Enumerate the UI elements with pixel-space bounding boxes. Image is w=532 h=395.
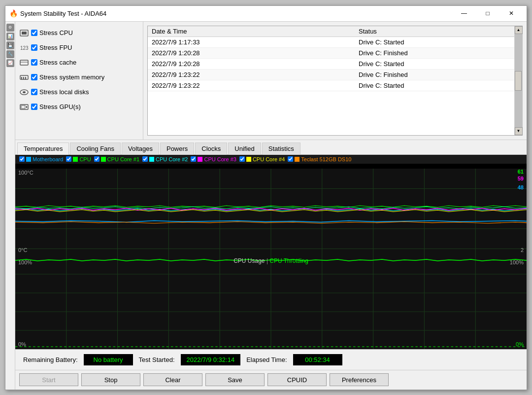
temperature-svg bbox=[15, 169, 527, 269]
temp-val-59: 59 bbox=[518, 176, 524, 181]
status-bar: Remaining Battery: No battery Test Start… bbox=[15, 349, 527, 370]
log-scrollbar: ▲ ▼ bbox=[514, 26, 522, 135]
titlebar-left: 🔥 System Stability Test - AIDA64 bbox=[9, 9, 106, 17]
cpu-chart-title: CPU Usage | CPU Throttling bbox=[233, 257, 308, 264]
temp-val-48: 48 bbox=[518, 184, 524, 190]
legend-item: Motherboard bbox=[19, 156, 63, 162]
cpu-icon bbox=[19, 29, 29, 37]
legend-item: CPU Core #4 bbox=[239, 156, 285, 162]
main-content: ⚙ 📊 💾 🔧 📈 bbox=[5, 22, 527, 390]
table-row: 2022/7/9 1:23:22Drive C: Finished bbox=[148, 69, 514, 80]
stress-fpu-checkbox[interactable] bbox=[31, 44, 37, 51]
tab-unified[interactable]: Unified bbox=[228, 143, 261, 155]
legend-label: Motherboard bbox=[33, 156, 63, 162]
legend-checkbox[interactable] bbox=[142, 156, 148, 162]
tab-cooling-fans[interactable]: Cooling Fans bbox=[70, 143, 121, 155]
legend-checkbox[interactable] bbox=[19, 156, 25, 162]
stop-button[interactable]: Stop bbox=[81, 373, 140, 386]
minimize-button[interactable]: — bbox=[453, 6, 475, 20]
svg-rect-3 bbox=[20, 60, 28, 65]
cpu-usage-label: CPU Usage bbox=[233, 257, 265, 264]
col-status: Status bbox=[355, 26, 514, 37]
list-item: Stress local disks bbox=[19, 85, 139, 100]
stress-memory-label: Stress system memory bbox=[39, 73, 104, 81]
legend-item: CPU Core #1 bbox=[94, 156, 139, 162]
memory-icon bbox=[19, 73, 29, 81]
tab-powers[interactable]: Powers bbox=[160, 143, 194, 155]
bottom-bar: StartStopClearSaveCPUIDPreferences bbox=[15, 370, 527, 390]
left-sidebar: ⚙ 📊 💾 🔧 📈 bbox=[5, 22, 15, 390]
legend-color-swatch bbox=[26, 157, 31, 162]
elapsed-value: 00:52:34 bbox=[293, 354, 342, 365]
legend-color-swatch bbox=[101, 157, 106, 162]
stress-gpu-checkbox[interactable] bbox=[31, 104, 37, 110]
stress-disks-checkbox[interactable] bbox=[31, 89, 37, 95]
battery-label: Remaining Battery: bbox=[23, 356, 78, 363]
tab-clocks[interactable]: Clocks bbox=[195, 143, 227, 155]
table-row: 2022/7/9 1:20:28Drive C: Finished bbox=[148, 47, 514, 58]
tab-voltages[interactable]: Voltages bbox=[122, 143, 159, 155]
log-status: Drive C: Finished bbox=[355, 69, 514, 80]
tabs-section: TemperaturesCooling FansVoltagesPowersCl… bbox=[15, 140, 527, 349]
maximize-button[interactable]: □ bbox=[476, 6, 499, 20]
svg-point-10 bbox=[23, 91, 26, 93]
top-section: Stress CPU 123 Stress FPU bbox=[15, 22, 527, 140]
stress-cpu-checkbox[interactable] bbox=[31, 30, 37, 36]
legend-label: CPU bbox=[79, 156, 91, 162]
tab-statistics[interactable]: Statistics bbox=[262, 143, 300, 155]
scroll-up-button[interactable]: ▲ bbox=[515, 26, 523, 34]
legend-checkbox[interactable] bbox=[191, 156, 196, 162]
legend-label: CPU Core #2 bbox=[156, 156, 188, 162]
table-row: 2022/7/9 1:23:22Drive C: Started bbox=[148, 80, 514, 91]
disk-icon bbox=[19, 88, 29, 96]
svg-rect-1 bbox=[22, 32, 27, 35]
save-button[interactable]: Save bbox=[205, 373, 265, 386]
svg-text:123: 123 bbox=[20, 45, 29, 51]
start-button[interactable]: Start bbox=[19, 373, 78, 386]
legend-label: CPU Core #1 bbox=[107, 156, 139, 162]
cpu-right-min: 0% bbox=[516, 341, 524, 347]
legend-color-swatch bbox=[149, 157, 154, 162]
scroll-down-button[interactable]: ▼ bbox=[515, 127, 523, 135]
sidebar-icon-2: 📊 bbox=[6, 33, 14, 40]
log-status: Drive C: Finished bbox=[355, 47, 514, 58]
stress-disks-label: Stress local disks bbox=[39, 88, 89, 96]
legend-checkbox[interactable] bbox=[94, 156, 100, 162]
log-datetime: 2022/7/9 1:23:22 bbox=[148, 69, 355, 80]
legend-checkbox[interactable] bbox=[66, 156, 71, 162]
scroll-track[interactable] bbox=[515, 34, 523, 127]
svg-rect-6 bbox=[21, 77, 22, 79]
close-button[interactable]: ✕ bbox=[500, 6, 523, 20]
svg-rect-7 bbox=[23, 77, 24, 79]
cpu-right-max: 100% bbox=[510, 259, 524, 265]
cpuid-button[interactable]: CPUID bbox=[267, 373, 327, 386]
chart-legend: MotherboardCPUCPU Core #1CPU Core #2CPU … bbox=[15, 155, 527, 164]
log-table-container: Date & Time Status 2022/7/9 1:17:33Drive… bbox=[148, 26, 514, 135]
clear-button[interactable]: Clear bbox=[143, 373, 202, 386]
scroll-thumb[interactable] bbox=[515, 71, 522, 91]
legend-color-swatch bbox=[295, 157, 299, 162]
tab-temperatures[interactable]: Temperatures bbox=[17, 143, 69, 155]
preferences-button[interactable]: Preferences bbox=[330, 373, 389, 386]
svg-rect-12 bbox=[21, 106, 25, 108]
temp-y-max: 100°C bbox=[18, 170, 33, 176]
cpu-chart-area: CPU Usage | CPU Throttling bbox=[15, 255, 527, 349]
list-item: 123 Stress FPU bbox=[19, 40, 139, 55]
svg-rect-8 bbox=[25, 77, 26, 79]
log-datetime: 2022/7/9 1:17:33 bbox=[148, 36, 355, 47]
legend-checkbox[interactable] bbox=[288, 156, 293, 162]
cpu-y-min: 0% bbox=[18, 341, 26, 347]
temp-val-61: 61 bbox=[518, 169, 524, 175]
fpu-icon: 123 bbox=[19, 44, 29, 52]
legend-checkbox[interactable] bbox=[239, 156, 245, 162]
legend-label: CPU Core #3 bbox=[204, 156, 236, 162]
stress-cache-checkbox[interactable] bbox=[31, 59, 37, 66]
tab-bar: TemperaturesCooling FansVoltagesPowersCl… bbox=[15, 140, 527, 155]
list-item: Stress cache bbox=[19, 55, 139, 70]
stress-cache-label: Stress cache bbox=[39, 59, 76, 66]
stress-memory-checkbox[interactable] bbox=[31, 74, 37, 80]
cpu-throttling-label: CPU Throttling bbox=[269, 257, 308, 264]
log-status: Drive C: Started bbox=[355, 80, 514, 91]
temp-values-right: 61 59 48 bbox=[518, 169, 524, 190]
log-datetime: 2022/7/9 1:20:28 bbox=[148, 58, 355, 69]
